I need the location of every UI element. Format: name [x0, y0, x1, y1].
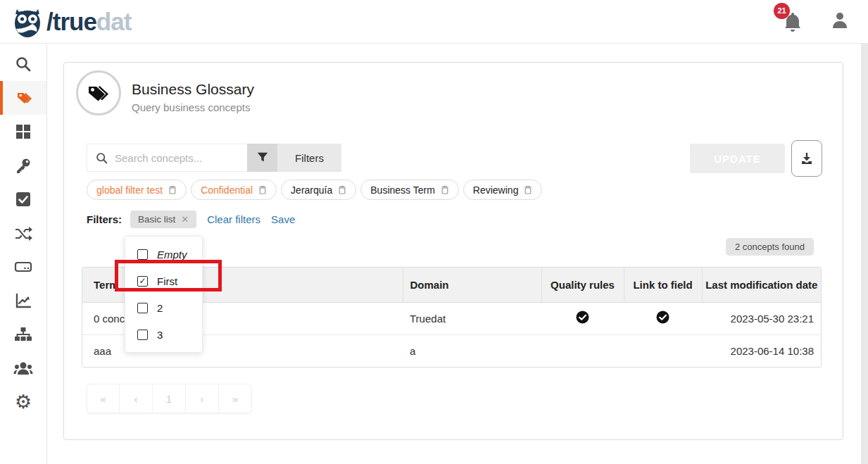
- cell-link-to-field: [624, 334, 702, 367]
- dropdown-option-label: Empty: [157, 249, 187, 261]
- chip-label: Business Term: [370, 184, 435, 196]
- notifications-button[interactable]: 21: [784, 11, 803, 32]
- clear-filters-link[interactable]: Clear filters: [207, 213, 260, 225]
- chip-label: Reviewing: [473, 184, 519, 196]
- check-square-icon: [15, 191, 32, 208]
- column-header-domain[interactable]: Domain: [403, 268, 541, 302]
- filter-chip[interactable]: Jerarquía: [281, 180, 356, 200]
- filter-funnel-button[interactable]: [247, 144, 277, 172]
- filters-button[interactable]: Filters: [277, 144, 341, 172]
- saved-filters-bar: Filters: Basic list✕ Clear filters Save: [87, 211, 295, 228]
- sidebar-item-dashboard[interactable]: [0, 115, 46, 149]
- column-header-link-to-field[interactable]: Link to field: [624, 268, 702, 302]
- chip-label: global filter test: [96, 184, 163, 196]
- search-field-wrap: [87, 144, 247, 172]
- pagination-last-button[interactable]: »: [219, 384, 252, 413]
- filter-chip[interactable]: Reviewing: [463, 180, 543, 200]
- dropdown-option-3[interactable]: 3: [125, 321, 202, 348]
- sidebar-item-structures[interactable]: [0, 250, 46, 284]
- chart-icon: [15, 292, 32, 309]
- dropdown-option-2[interactable]: 2: [125, 294, 202, 321]
- check-circle-icon: [656, 311, 669, 324]
- pagination-first-button[interactable]: «: [87, 384, 120, 413]
- page-scrollbar[interactable]: [861, 44, 868, 464]
- filter-chip[interactable]: global filter test: [87, 180, 187, 200]
- cell-link-to-field: [624, 302, 702, 334]
- key-icon: [15, 157, 32, 174]
- trash-icon[interactable]: [338, 185, 346, 194]
- chip-label: Confidential: [201, 184, 253, 196]
- sidebar-item-search[interactable]: [0, 47, 46, 81]
- grid-icon: [15, 123, 32, 140]
- checkbox-unchecked-icon[interactable]: [137, 249, 148, 260]
- search-input[interactable]: [115, 152, 234, 164]
- sidebar-item-lineage[interactable]: [0, 216, 46, 250]
- logo-wordmark: /truedat: [46, 9, 131, 34]
- dropdown-option-label: First: [157, 275, 177, 287]
- page-subtitle: Query business concepts: [132, 101, 250, 113]
- column-header-last-modification-date[interactable]: Last modification date: [702, 268, 821, 302]
- server-icon: [14, 259, 32, 275]
- topbar: /truedat 21: [0, 0, 868, 44]
- dropdown-option-empty[interactable]: Empty: [125, 241, 202, 268]
- trash-icon[interactable]: [258, 185, 267, 194]
- dropdown-option-label: 2: [157, 302, 163, 314]
- sidebar: ⚙: [0, 44, 47, 464]
- check-circle-icon: [576, 311, 589, 324]
- cell-last-modification-date: 2023-06-14 10:38: [702, 334, 821, 367]
- sidebar-item-taxonomy[interactable]: [0, 318, 46, 351]
- sitemap-icon: [14, 326, 32, 343]
- checkbox-unchecked-icon[interactable]: [137, 303, 148, 313]
- pagination-prev-button[interactable]: ‹: [120, 384, 153, 413]
- sidebar-item-rules[interactable]: [0, 182, 46, 216]
- sidebar-item-analytics[interactable]: [0, 284, 46, 318]
- dropdown-option-first[interactable]: ✓ First: [125, 268, 202, 294]
- remove-saved-filter-icon[interactable]: ✕: [181, 214, 189, 225]
- trash-icon[interactable]: [524, 185, 532, 194]
- owl-logo-icon: [11, 5, 44, 39]
- tags-icon: [15, 89, 34, 107]
- trash-icon[interactable]: [441, 185, 449, 194]
- chip-label: Jerarquía: [291, 184, 332, 196]
- save-filters-link[interactable]: Save: [271, 213, 295, 225]
- download-icon: [800, 151, 814, 165]
- sidebar-item-permissions[interactable]: [0, 149, 46, 182]
- truedat-logo[interactable]: /truedat: [11, 5, 131, 39]
- sidebar-item-glossary[interactable]: [0, 81, 46, 115]
- funnel-icon: [256, 151, 269, 164]
- filters-label: Filters:: [87, 213, 122, 225]
- dropdown-option-label: 3: [157, 329, 163, 341]
- checkbox-unchecked-icon[interactable]: [137, 330, 148, 340]
- saved-filter-chip[interactable]: Basic list✕: [130, 211, 196, 228]
- cell-quality-rules: [541, 334, 624, 367]
- shuffle-icon: [14, 225, 32, 241]
- notification-count-badge: 21: [774, 3, 790, 19]
- pagination-next-button[interactable]: ›: [186, 384, 219, 413]
- search-toolbar: Filters: [87, 144, 341, 172]
- active-filter-chips: global filter test Confidential Jerarquí…: [87, 180, 542, 200]
- gear-icon: ⚙: [15, 393, 32, 412]
- users-icon: [13, 360, 33, 376]
- user-menu-button[interactable]: [831, 11, 848, 32]
- saved-filter-name: Basic list: [138, 214, 175, 225]
- glossary-header-icon: [76, 70, 121, 115]
- page-title: Business Glossary: [132, 81, 254, 98]
- tags-icon: [86, 80, 111, 106]
- cell-domain: a: [403, 334, 541, 367]
- pagination: « ‹ 1 › »: [87, 384, 252, 413]
- sidebar-item-settings[interactable]: ⚙: [0, 385, 46, 419]
- filter-chip[interactable]: Confidential: [191, 180, 277, 200]
- search-icon: [96, 152, 108, 164]
- term-filter-dropdown: Empty ✓ First 2 3: [125, 236, 203, 353]
- user-icon: [831, 11, 848, 30]
- sidebar-item-users[interactable]: [0, 351, 46, 385]
- cell-last-modification-date: 2023-05-30 23:21: [702, 302, 821, 334]
- column-header-quality-rules[interactable]: Quality rules: [541, 268, 624, 302]
- results-count-badge: 2 concepts found: [726, 238, 814, 256]
- pagination-page-1-button[interactable]: 1: [153, 384, 186, 413]
- trash-icon[interactable]: [168, 185, 177, 194]
- checkbox-checked-icon[interactable]: ✓: [137, 276, 148, 287]
- filter-chip[interactable]: Business Term: [360, 180, 459, 200]
- download-button[interactable]: [791, 140, 822, 177]
- update-button[interactable]: UPDATE: [690, 144, 785, 173]
